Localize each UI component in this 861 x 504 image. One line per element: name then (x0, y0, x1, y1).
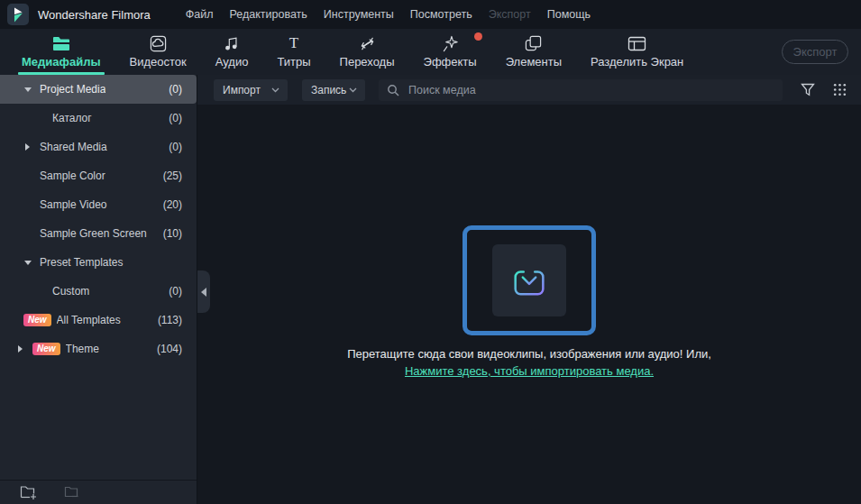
folder-icon (52, 36, 70, 51)
tab-icon-wrap (224, 35, 240, 51)
menu-help[interactable]: Помощь (539, 0, 599, 29)
transitions-icon (359, 35, 376, 52)
search-input[interactable] (407, 83, 774, 97)
sidebar-item-all-templates[interactable]: NewAll Templates(113) (0, 306, 197, 334)
sidebar-item-label: Sample Color (40, 170, 105, 182)
import-label: Импорт (223, 84, 261, 96)
tab-icon-wrap (525, 35, 542, 51)
sidebar-item-count: (0) (161, 83, 182, 96)
stock-media-icon (150, 35, 167, 52)
sidebar-item-theme[interactable]: NewTheme(104) (0, 334, 197, 363)
expander-down-icon[interactable] (23, 85, 32, 94)
sidebar-item-label: Preset Templates (40, 256, 124, 269)
tab-icon-wrap (359, 35, 376, 51)
sidebar-item-count: (20) (156, 198, 182, 211)
split-screen-icon (627, 36, 646, 51)
tab-label: Эффекты (424, 55, 477, 69)
menu-tools[interactable]: Инструменты (316, 0, 402, 29)
sidebar-item-custom[interactable]: Custom(0) (0, 277, 197, 306)
sidebar-item-label: All Templates (57, 314, 121, 326)
tab-label: Титры (277, 55, 310, 69)
tab-audio[interactable]: Аудио (201, 29, 263, 75)
tab-stock-media[interactable]: Видеосток (115, 29, 201, 75)
sidebar-item-label: Shared Media (40, 141, 107, 153)
import-dropzone-tile (492, 244, 566, 316)
export-button[interactable]: Экспорт (782, 40, 848, 64)
sidebar-item-sample-green-screen[interactable]: Sample Green Screen(10) (0, 219, 197, 248)
new-badge: New (23, 314, 51, 326)
menubar-items: ФайлРедактироватьИнструментыПосмотретьЭк… (178, 0, 599, 29)
sidebar-item-catalog[interactable]: Каталог(0) (0, 104, 197, 133)
content: Project Media(0)Каталог(0)Shared Media(0… (0, 75, 861, 504)
tab-split-screen[interactable]: Разделить Экран (576, 29, 698, 75)
tab-icon-wrap (627, 35, 646, 51)
sidebar-item-shared-media[interactable]: Shared Media(0) (0, 133, 197, 161)
sidebar-item-project-media[interactable]: Project Media(0) (0, 75, 197, 104)
dropzone-message: Перетащите сюда свои видеоклипы, изображ… (347, 347, 711, 361)
filmora-logo-icon (7, 4, 29, 25)
tab-icon-wrap (150, 35, 167, 51)
elements-icon (525, 35, 542, 52)
notification-dot (474, 32, 482, 41)
sidebar-item-count: (25) (156, 170, 182, 182)
media-library-sidebar: Project Media(0)Каталог(0)Shared Media(0… (0, 75, 197, 504)
sidebar-item-count: (113) (151, 314, 182, 326)
tab-icon-wrap: T (289, 35, 298, 51)
sidebar-item-sample-color[interactable]: Sample Color(25) (0, 161, 197, 190)
sidebar-item-preset-templates[interactable]: Preset Templates (0, 248, 197, 277)
effects-icon (442, 35, 459, 52)
tab-media-files[interactable]: Медиафайлы (7, 29, 115, 75)
chevron-down-icon (271, 87, 279, 93)
sidebar-item-count: (104) (150, 343, 182, 355)
remove-folder-button[interactable] (64, 486, 79, 499)
tab-elements[interactable]: Элементы (491, 29, 576, 75)
sidebar-item-count: (0) (161, 141, 182, 153)
search-icon (387, 84, 399, 96)
tab-label: Элементы (506, 55, 562, 69)
sidebar-item-count: (0) (161, 285, 182, 298)
import-dropdown[interactable]: Импорт (214, 79, 288, 101)
sidebar-item-sample-video[interactable]: Sample Video(20) (0, 190, 197, 219)
titles-icon: T (289, 35, 298, 51)
chevron-down-icon (349, 87, 357, 93)
import-media-link[interactable]: Нажмите здесь, чтобы импортировать медиа… (405, 364, 654, 378)
filter-icon[interactable] (801, 83, 815, 96)
tab-effects[interactable]: Эффекты (409, 29, 491, 75)
sidebar-item-label: Sample Green Screen (40, 227, 147, 240)
expander-down-icon[interactable] (23, 258, 32, 267)
tabbar: МедиафайлыВидеостокАудиоTТитрыПереходыЭф… (0, 29, 861, 75)
app-title: Wondershare Filmora (38, 8, 151, 22)
sidebar-item-label: Project Media (40, 83, 105, 96)
download-media-icon (508, 260, 550, 301)
sidebar-item-count: (10) (156, 227, 182, 240)
menu-export[interactable]: Экспорт (481, 0, 539, 29)
sidebar-item-label: Каталог (52, 112, 92, 124)
menubar: Wondershare Filmora ФайлРедактироватьИнс… (0, 0, 861, 29)
expander-right-icon[interactable] (16, 344, 24, 353)
tab-icon-wrap (52, 35, 70, 51)
tab-label: Медиафайлы (22, 55, 101, 69)
media-drop-area: Перетащите сюда свои видеоклипы, изображ… (197, 105, 861, 504)
expander-right-icon[interactable] (23, 142, 32, 151)
record-label: Запись (311, 84, 346, 96)
sidebar-item-count: (0) (161, 112, 182, 124)
tab-label: Аудио (215, 55, 249, 69)
import-dropzone[interactable] (463, 225, 596, 335)
menu-edit[interactable]: Редактировать (222, 0, 316, 29)
media-panel: Импорт Запись (197, 75, 861, 504)
media-toolbar: Импорт Запись (197, 75, 861, 105)
grid-view-icon[interactable] (833, 83, 847, 96)
music-notes-icon (224, 35, 240, 52)
sidebar-tree: Project Media(0)Каталог(0)Shared Media(0… (0, 75, 197, 363)
sidebar-bottom-bar (0, 480, 197, 504)
record-dropdown[interactable]: Запись (302, 79, 365, 101)
tabbar-tabs: МедиафайлыВидеостокАудиоTТитрыПереходыЭф… (7, 29, 698, 75)
new-badge: New (32, 343, 60, 355)
add-folder-button[interactable] (20, 485, 37, 499)
search-box[interactable] (379, 79, 783, 101)
menu-file[interactable]: Файл (178, 0, 222, 29)
menu-view[interactable]: Посмотреть (402, 0, 481, 29)
tab-transitions[interactable]: Переходы (325, 29, 409, 75)
tab-titles[interactable]: TТитры (262, 29, 325, 75)
sidebar-collapse-handle[interactable] (197, 270, 210, 313)
